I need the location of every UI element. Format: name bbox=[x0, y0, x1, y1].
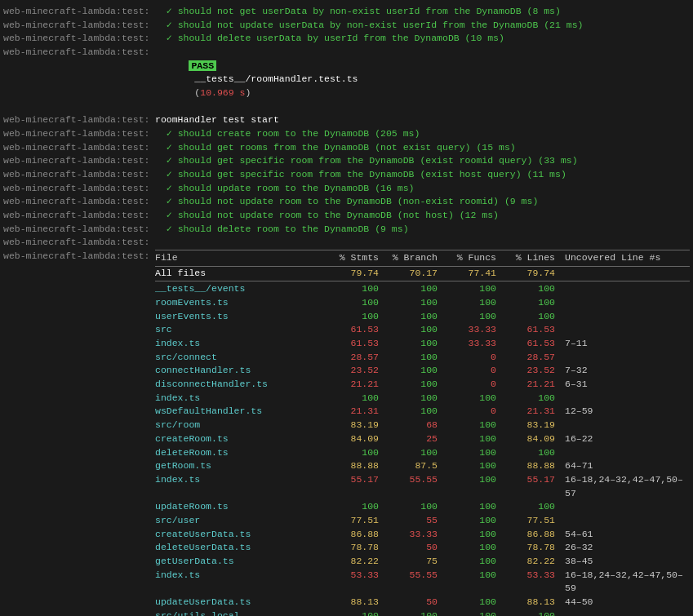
cell-file: roomEvents.ts bbox=[155, 296, 327, 310]
cell-branch: 100 bbox=[385, 609, 444, 616]
cell-file: getRoom.ts bbox=[155, 459, 327, 473]
cell-file: index.ts bbox=[155, 473, 327, 500]
cell-lines: 100 bbox=[503, 310, 562, 324]
table-row: updateRoom.ts 100 100 100 100 bbox=[155, 500, 690, 514]
prefix-3: web-minecraft-lambda:test: bbox=[3, 32, 155, 46]
cell-funcs: 0 bbox=[444, 364, 503, 378]
cell-funcs: 100 bbox=[444, 541, 503, 555]
cell-funcs: 100 bbox=[444, 459, 503, 473]
ti-content-4: ✓ should get specific room from the Dyna… bbox=[155, 168, 690, 182]
table-row: userEvents.ts 100 100 100 100 bbox=[155, 310, 690, 324]
table-prefix-spacer: web-minecraft-lambda:test: bbox=[3, 236, 155, 250]
table-row: deleteRoom.ts 100 100 100 100 bbox=[155, 446, 690, 460]
cell-lines: 86.88 bbox=[503, 528, 562, 542]
cell-branch: 100 bbox=[385, 323, 444, 337]
cell-stmts: 88.13 bbox=[327, 596, 385, 609]
cell-lines: 88.88 bbox=[503, 459, 562, 473]
cell-uncovered bbox=[562, 351, 690, 365]
ti-content-5: ✓ should update room to the DynamoDB (16… bbox=[155, 182, 690, 196]
cell-stmts: 61.53 bbox=[327, 337, 385, 351]
ti-prefix-8: web-minecraft-lambda:test: bbox=[3, 223, 155, 237]
cell-uncovered: 16–18,24–32,42–47,50–57 bbox=[562, 473, 690, 500]
cell-lines: 55.17 bbox=[503, 473, 562, 500]
cell-stmts: 84.09 bbox=[327, 432, 385, 446]
cell-uncovered bbox=[562, 446, 690, 460]
line-3: web-minecraft-lambda:test: ✓ should dele… bbox=[3, 32, 690, 46]
cell-file: userEvents.ts bbox=[155, 310, 327, 324]
cell-file: getUserData.ts bbox=[155, 555, 327, 569]
cell-lines: 100 bbox=[503, 282, 562, 296]
cell-branch: 100 bbox=[385, 296, 444, 310]
cell-stmts: 88.88 bbox=[327, 459, 385, 473]
test-item-4: web-minecraft-lambda:test: ✓ should get … bbox=[3, 168, 690, 182]
cell-uncovered: 7–11 bbox=[562, 337, 690, 351]
cell-branch: 50 bbox=[385, 541, 444, 555]
table-row: index.ts 61.53 100 33.33 61.53 7–11 bbox=[155, 337, 690, 351]
cell-file: updateRoom.ts bbox=[155, 500, 327, 514]
ti-content-6: ✓ should not update room to the DynamoDB… bbox=[155, 195, 690, 209]
table-spacer: web-minecraft-lambda:test: bbox=[3, 236, 690, 250]
cell-stmts: 100 bbox=[327, 446, 385, 460]
cell-branch: 33.33 bbox=[385, 528, 444, 542]
table-prefix: web-minecraft-lambda:test: bbox=[3, 250, 155, 616]
table-row: index.ts 53.33 55.55 100 53.33 16–18,24–… bbox=[155, 569, 690, 596]
test-item-5: web-minecraft-lambda:test: ✓ should upda… bbox=[3, 182, 690, 196]
cell-lines: 23.52 bbox=[503, 364, 562, 378]
cell-lines: 79.74 bbox=[503, 267, 562, 281]
table-row: roomEvents.ts 100 100 100 100 bbox=[155, 296, 690, 310]
ti-content-8: ✓ should delete room to the DynamoDB (9 … bbox=[155, 223, 690, 237]
table-row: index.ts 100 100 100 100 bbox=[155, 392, 690, 405]
pass-prefix: web-minecraft-lambda:test: bbox=[3, 46, 155, 113]
cell-funcs: 0 bbox=[444, 351, 503, 365]
line-1: web-minecraft-lambda:test: ✓ should not … bbox=[3, 5, 690, 19]
cell-funcs: 100 bbox=[444, 514, 503, 528]
prefix-2: web-minecraft-lambda:test: bbox=[3, 19, 155, 33]
prefix-1: web-minecraft-lambda:test: bbox=[3, 5, 155, 19]
cell-lines: 100 bbox=[503, 609, 562, 616]
cell-file: src/utils-local bbox=[155, 609, 327, 616]
ti-prefix-4: web-minecraft-lambda:test: bbox=[3, 168, 155, 182]
cell-branch: 100 bbox=[385, 351, 444, 365]
test-item-1: web-minecraft-lambda:test: ✓ should crea… bbox=[3, 127, 690, 141]
cell-funcs: 100 bbox=[444, 555, 503, 569]
cell-uncovered bbox=[562, 310, 690, 324]
cell-uncovered: 16–18,24–32,42–47,50–59 bbox=[562, 569, 690, 596]
cell-file: wsDefaultHandler.ts bbox=[155, 405, 327, 419]
ti-prefix-3: web-minecraft-lambda:test: bbox=[3, 154, 155, 168]
cell-lines: 83.19 bbox=[503, 419, 562, 432]
cell-lines: 77.51 bbox=[503, 514, 562, 528]
cell-funcs: 100 bbox=[444, 419, 503, 432]
table-row: All files 79.74 70.17 77.41 79.74 bbox=[155, 267, 690, 281]
cell-branch: 100 bbox=[385, 446, 444, 460]
cell-branch: 100 bbox=[385, 378, 444, 392]
cell-lines: 88.13 bbox=[503, 596, 562, 609]
ti-prefix-2: web-minecraft-lambda:test: bbox=[3, 141, 155, 155]
cell-stmts: 100 bbox=[327, 296, 385, 310]
cell-lines: 100 bbox=[503, 500, 562, 514]
cell-stmts: 82.22 bbox=[327, 555, 385, 569]
table-row: getUserData.ts 82.22 75 100 82.22 38–45 bbox=[155, 555, 690, 569]
table-row: createUserData.ts 86.88 33.33 100 86.88 … bbox=[155, 528, 690, 542]
cell-uncovered: 16–22 bbox=[562, 432, 690, 446]
cell-file: index.ts bbox=[155, 569, 327, 596]
cell-uncovered: 54–61 bbox=[562, 528, 690, 542]
cell-branch: 100 bbox=[385, 337, 444, 351]
content-3: ✓ should delete userData by userId from … bbox=[155, 32, 690, 46]
cell-uncovered bbox=[562, 500, 690, 514]
col-header-file: File bbox=[155, 251, 327, 265]
cell-funcs: 100 bbox=[444, 473, 503, 500]
cell-funcs: 100 bbox=[444, 609, 503, 616]
ti-content-3: ✓ should get specific room from the Dyna… bbox=[155, 154, 690, 168]
cell-funcs: 33.33 bbox=[444, 337, 503, 351]
test-item-8: web-minecraft-lambda:test: ✓ should dele… bbox=[3, 223, 690, 237]
table-row: deleteUserData.ts 78.78 50 100 78.78 26–… bbox=[155, 541, 690, 555]
col-header-funcs: % Funcs bbox=[444, 251, 503, 265]
cell-uncovered: 26–32 bbox=[562, 541, 690, 555]
pass-time: 10.969 s bbox=[200, 87, 245, 98]
cell-funcs: 100 bbox=[444, 392, 503, 405]
table-row: disconnectHandler.ts 21.21 100 0 21.21 6… bbox=[155, 378, 690, 392]
coverage-table: File % Stmts % Branch % Funcs % Lines Un… bbox=[155, 250, 690, 616]
cell-uncovered bbox=[562, 514, 690, 528]
test-item-3: web-minecraft-lambda:test: ✓ should get … bbox=[3, 154, 690, 168]
cell-stmts: 21.21 bbox=[327, 378, 385, 392]
